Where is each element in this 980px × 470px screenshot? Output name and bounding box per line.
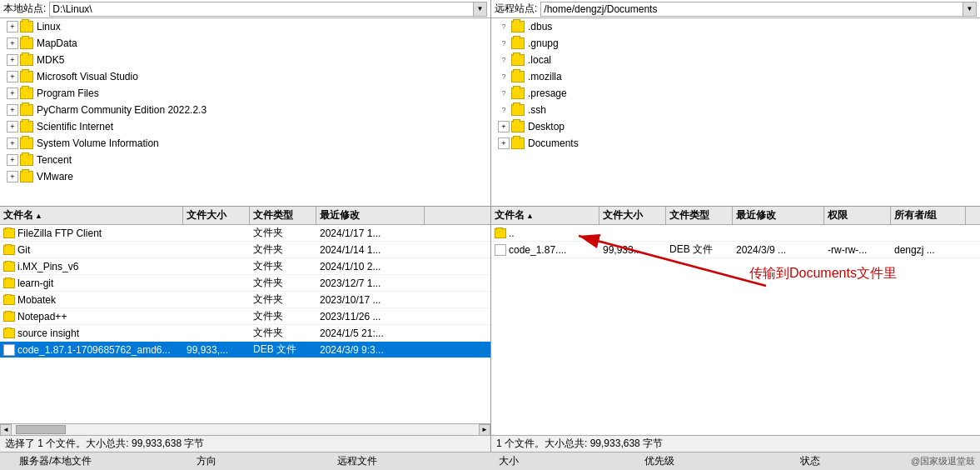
left-file-row[interactable]: learn-git 文件夹 2023/12/7 1...	[0, 275, 490, 292]
left-tree-item[interactable]: + VMware	[0, 168, 490, 185]
left-file-row[interactable]: i.MX_Pins_v6 文件夹 2024/1/10 2...	[0, 258, 490, 275]
col-header-size[interactable]: 文件大小	[183, 207, 250, 224]
tree-expand-btn[interactable]: ?	[498, 54, 510, 66]
left-tree-item[interactable]: + Tencent	[0, 152, 490, 168]
left-tree-item[interactable]: + Scientific Internet	[0, 118, 490, 135]
tree-expand-btn[interactable]: +	[7, 71, 18, 82]
tree-expand-btn[interactable]: ?	[498, 71, 510, 82]
tree-expand-btn[interactable]: ?	[498, 104, 510, 116]
left-h-scroll-track[interactable]	[12, 424, 479, 435]
tree-expand-btn[interactable]: +	[7, 21, 18, 32]
folder-icon	[3, 262, 15, 272]
tree-expand-btn[interactable]: +	[7, 154, 18, 166]
tree-item-label: .ssh	[528, 104, 546, 116]
file-col-size	[183, 225, 250, 241]
left-tree-item[interactable]: + MDK5	[0, 52, 490, 68]
right-file-col-owner	[891, 225, 966, 241]
left-tree-item[interactable]: + PyCharm Community Edition 2022.2.3	[0, 102, 490, 118]
right-col-header-size[interactable]: 文件大小	[599, 207, 666, 224]
folder-icon	[20, 104, 33, 116]
tree-item-label: Microsoft Visual Studio	[37, 71, 138, 82]
right-col-header-type[interactable]: 文件类型	[666, 207, 733, 224]
tree-expand-btn[interactable]: +	[7, 138, 18, 149]
tree-expand-btn[interactable]: +	[7, 38, 18, 49]
right-file-col-size	[599, 225, 666, 241]
right-tree-area: ? .dbus ? .gnupg ? .local ? .mozilla ? .…	[491, 18, 980, 206]
folder-icon	[511, 71, 525, 82]
left-file-row[interactable]: Git 文件夹 2024/1/14 1...	[0, 242, 490, 258]
tree-expand-btn[interactable]: +	[498, 138, 510, 149]
left-tree-item[interactable]: + MapData	[0, 35, 490, 52]
tree-expand-btn[interactable]: +	[7, 171, 18, 182]
left-file-header: 文件名 ▲ 文件大小 文件类型 最近修改	[0, 207, 490, 225]
folder-icon	[511, 88, 525, 99]
file-col-type: 文件夹	[250, 275, 316, 291]
tree-expand-btn[interactable]: +	[7, 88, 18, 99]
folder-icon	[20, 171, 33, 182]
tree-expand-btn[interactable]: +	[498, 121, 510, 132]
col-header-type[interactable]: 文件类型	[250, 207, 316, 224]
left-h-scroll-thumb[interactable]	[16, 425, 66, 434]
tree-item-label: .mozilla	[528, 71, 562, 82]
left-file-row[interactable]: source insight 文件夹 2024/1/5 21:...	[0, 325, 490, 342]
right-col-header-modified[interactable]: 最近修改	[733, 207, 824, 224]
tree-item-label: .gnupg	[528, 38, 559, 49]
tree-expand-btn[interactable]: ?	[498, 21, 510, 32]
left-file-row[interactable]: Mobatek 文件夹 2023/10/17 ...	[0, 292, 490, 308]
right-tree-item[interactable]: ? .dbus	[491, 18, 980, 35]
right-file-col-type	[666, 225, 733, 241]
folder-icon	[20, 38, 33, 49]
left-file-row[interactable]: Notepad++ 文件夹 2023/11/26 ...	[0, 308, 490, 325]
file-col-size	[183, 258, 250, 274]
csdn-label: @国家级退堂鼓	[911, 455, 975, 468]
right-path-bar: 远程站点: ▼	[491, 0, 980, 18]
left-tree-item[interactable]: + Microsoft Visual Studio	[0, 68, 490, 85]
left-tree-item[interactable]: + Linux	[0, 18, 490, 35]
right-col-header-name[interactable]: 文件名 ▲	[491, 207, 599, 224]
left-file-table: 文件名 ▲ 文件大小 文件类型 最近修改 FileZilla FTP Clien…	[0, 207, 490, 423]
file-col-size	[183, 292, 250, 308]
right-tree-item[interactable]: + Documents	[491, 135, 980, 152]
right-tree-item[interactable]: ? .ssh	[491, 102, 980, 118]
right-col-header-perms[interactable]: 权限	[824, 207, 891, 224]
right-file-col-name: code_1.87....	[491, 242, 599, 258]
transfer-bar: 服务器/本地文件 方向 远程文件 大小 优先级 状态 @国家级退堂鼓	[0, 452, 980, 470]
col-header-name[interactable]: 文件名 ▲	[0, 207, 183, 224]
left-h-scrollbar[interactable]: ◄ ►	[0, 423, 490, 435]
right-tree-item[interactable]: + Desktop	[491, 118, 980, 135]
right-col-header-owner[interactable]: 所有者/组	[891, 207, 966, 224]
file-col-type: 文件夹	[250, 292, 316, 308]
left-h-scroll-right[interactable]: ►	[479, 424, 490, 436]
tree-expand-btn[interactable]: +	[7, 54, 18, 66]
folder-icon	[511, 54, 525, 66]
left-tree-item[interactable]: + Program Files	[0, 85, 490, 102]
file-col-modified: 2023/10/17 ...	[316, 292, 425, 308]
right-path-dropdown[interactable]: ▼	[963, 2, 977, 17]
file-col-name: Mobatek	[0, 292, 183, 308]
left-path-input[interactable]	[49, 2, 474, 17]
right-file-col-size: 99,933...	[599, 242, 666, 258]
left-h-scroll-left[interactable]: ◄	[0, 424, 12, 436]
right-tree-item[interactable]: ? .local	[491, 52, 980, 68]
transfer-col1: 服务器/本地文件	[5, 454, 106, 468]
right-tree-item[interactable]: ? .mozilla	[491, 68, 980, 85]
right-tree-item[interactable]: ? .presage	[491, 85, 980, 102]
left-file-row[interactable]: FileZilla FTP Client 文件夹 2024/1/17 1...	[0, 225, 490, 242]
tree-item-label: PyCharm Community Edition 2022.2.3	[37, 104, 206, 116]
left-file-row[interactable]: code_1.87.1-1709685762_amd6... 99,933,..…	[0, 342, 490, 358]
folder-icon	[511, 21, 525, 32]
tree-expand-btn[interactable]: +	[7, 121, 18, 132]
right-tree-item[interactable]: ? .gnupg	[491, 35, 980, 52]
tree-expand-btn[interactable]: ?	[498, 38, 510, 49]
right-file-row[interactable]: code_1.87.... 99,933... DEB 文件 2024/3/9 …	[491, 242, 980, 258]
right-file-row[interactable]: ..	[491, 225, 980, 242]
left-tree-item[interactable]: + System Volume Information	[0, 135, 490, 152]
left-path-dropdown[interactable]: ▼	[474, 2, 487, 17]
tree-item-label: Program Files	[37, 88, 99, 99]
tree-item-label: System Volume Information	[37, 138, 159, 149]
file-col-type: DEB 文件	[250, 342, 316, 358]
col-header-modified[interactable]: 最近修改	[316, 207, 425, 224]
tree-expand-btn[interactable]: ?	[498, 88, 510, 99]
tree-expand-btn[interactable]: +	[7, 104, 18, 116]
right-path-input[interactable]	[540, 2, 963, 17]
